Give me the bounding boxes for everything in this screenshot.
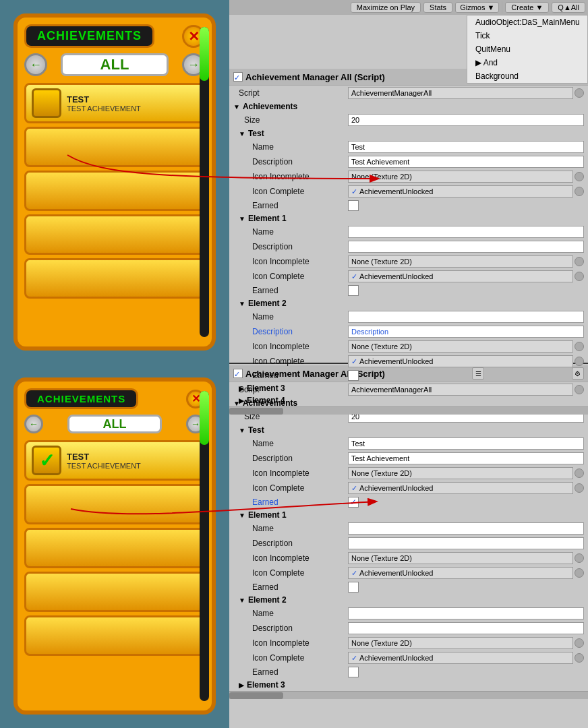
ach-item-3[interactable] xyxy=(24,214,205,255)
element3-section-bottom[interactable]: ▶ Element 3 xyxy=(229,679,588,691)
el1-icon-complete-input-top[interactable]: ✓ AchievementUnlocked xyxy=(348,270,573,282)
el1-earned-checkbox-bottom[interactable] xyxy=(348,582,359,593)
el1-earned-checkbox-top[interactable] xyxy=(348,285,359,296)
maximize-btn[interactable]: Maximize on Play xyxy=(351,2,421,13)
el2-icon-complete-circle-top[interactable] xyxy=(575,357,584,366)
el1-icon-incomplete-input-bottom[interactable]: None (Texture 2D) xyxy=(348,552,573,564)
element1-section-top[interactable]: ▼ Element 1 xyxy=(229,212,588,224)
el2-name-input-bottom[interactable] xyxy=(348,607,584,619)
element3-section-top[interactable]: ▶ Element 3 xyxy=(229,382,588,394)
dropdown-item-1[interactable]: Tick xyxy=(467,29,587,42)
test-arrow-bottom: ▼ xyxy=(233,427,245,434)
el2-icon-complete-input-top[interactable]: ✓ AchievementUnlocked xyxy=(348,355,573,367)
el1-icon-incomplete-input-top[interactable]: None (Texture 2D) xyxy=(348,255,573,268)
test-icon-complete-circle-bottom[interactable] xyxy=(575,483,584,493)
el1-desc-input-top[interactable] xyxy=(348,241,584,253)
dropdown-item-2[interactable]: QuitMenu xyxy=(467,42,587,56)
stats-btn[interactable]: Stats xyxy=(423,2,452,13)
scroll-bar-bottom[interactable] xyxy=(200,391,209,701)
test-arrow-top: ▼ xyxy=(233,130,245,138)
el2-earned-checkbox-top[interactable] xyxy=(348,370,359,381)
el2-earned-checkbox-bottom[interactable] xyxy=(348,667,359,677)
ach-item-4[interactable] xyxy=(24,258,205,299)
nav-row-bottom: ← ALL → xyxy=(24,415,205,433)
test-name-input-top[interactable]: Test xyxy=(348,141,584,153)
el2-name-input-top[interactable] xyxy=(348,311,584,323)
right-dropdown-top: AudioObject:DaS_MainMenu Tick QuitMenu ▶… xyxy=(467,15,588,84)
qtall-btn[interactable]: Q▲All xyxy=(552,2,585,13)
ach-item-1[interactable] xyxy=(24,127,205,167)
inspector-checkbox-top[interactable]: ✓ xyxy=(233,72,243,82)
element4-section-top[interactable]: ▶ Element 4 xyxy=(229,394,588,406)
achievements-header-top: ACHIEVEMENTS ✕ xyxy=(24,24,205,48)
el1-desc-label-top: Description xyxy=(233,242,348,251)
scroll-bar-top[interactable] xyxy=(200,27,209,337)
create-btn[interactable]: Create ▼ xyxy=(505,2,549,13)
el2-icon-complete-input-bottom[interactable]: ✓ AchievementUnlocked xyxy=(348,652,573,664)
test-icon-complete-input-bottom[interactable]: ✓ AchievementUnlocked xyxy=(348,482,573,494)
ach-item-bottom-3[interactable] xyxy=(24,572,205,612)
h-scrollbar-top[interactable] xyxy=(229,406,588,415)
ach-item-bottom-1[interactable] xyxy=(24,484,205,524)
el1-icon-incomplete-circle-bottom[interactable] xyxy=(575,553,584,563)
el2-name-label-bottom: Name xyxy=(233,609,348,618)
test-earned-label-bottom: Earned xyxy=(233,497,348,507)
el1-desc-input-bottom[interactable] xyxy=(348,537,584,549)
el2-desc-input-top[interactable]: Description xyxy=(348,326,584,338)
test-icon-incomplete-circle-bottom[interactable] xyxy=(575,468,584,478)
top-half: ACHIEVEMENTS ✕ ← ALL → TEST TEST ACHIEVE… xyxy=(0,0,588,364)
test-icon-incomplete-circle-top[interactable] xyxy=(575,172,584,181)
element1-section-bottom[interactable]: ▼ Element 1 xyxy=(229,509,588,521)
dropdown-item-4[interactable]: Background xyxy=(467,69,587,83)
achievements-section-top[interactable]: ▼ Achievements xyxy=(229,100,588,113)
el2-desc-input-bottom[interactable] xyxy=(348,622,584,634)
el2-icon-incomplete-input-top[interactable]: None (Texture 2D) xyxy=(348,340,573,353)
el1-icon-complete-circle-top[interactable] xyxy=(575,272,584,281)
el2-desc-row-bottom: Description xyxy=(229,621,588,636)
element2-section-top[interactable]: ▼ Element 2 xyxy=(229,297,588,309)
ach-item-bottom-4[interactable] xyxy=(24,615,205,656)
test-icon-incomplete-input-top[interactable]: None (Texture 2D) xyxy=(348,171,573,183)
el2-icon-incomplete-input-bottom[interactable]: None (Texture 2D) xyxy=(348,637,573,649)
test-earned-checkbox-bottom[interactable]: ✓ xyxy=(348,497,359,508)
ach-item-2[interactable] xyxy=(24,171,205,211)
test-icon-complete-input-top[interactable]: ✓ AchievementUnlocked xyxy=(348,185,573,198)
el2-icon-incomplete-label-bottom: Icon Incomplete xyxy=(233,638,348,648)
test-section-top[interactable]: ▼ Test xyxy=(229,127,588,140)
el1-icon-incomplete-circle-top[interactable] xyxy=(575,257,584,266)
test-section-bottom[interactable]: ▼ Test xyxy=(229,424,588,436)
el1-icon-complete-circle-bottom[interactable] xyxy=(575,568,584,578)
el1-name-input-bottom[interactable] xyxy=(348,522,584,535)
el1-desc-row-bottom: Description xyxy=(229,536,588,551)
inspector-bottom: ✓ Achievement Manager All (Script) ☰ ⚙ S… xyxy=(229,364,588,728)
gizmos-btn[interactable]: Gizmos ▼ xyxy=(455,2,499,13)
nav-left-bottom[interactable]: ← xyxy=(24,415,43,433)
el1-icon-complete-input-bottom[interactable]: ✓ AchievementUnlocked xyxy=(348,567,573,579)
test-icon-complete-circle-top[interactable] xyxy=(575,187,584,196)
test-icon-incomplete-input-bottom[interactable]: None (Texture 2D) xyxy=(348,467,573,479)
test-earned-checkbox-top[interactable] xyxy=(348,200,359,211)
nav-left-top[interactable]: ← xyxy=(24,53,47,76)
el2-icon-incomplete-circle-bottom[interactable] xyxy=(575,638,584,648)
script-circle-top[interactable] xyxy=(575,88,584,98)
game-ui-bottom: ACHIEVEMENTS ✕ ← ALL → ✓ TEST TEST ACHIE… xyxy=(13,377,216,715)
el2-icon-complete-circle-bottom[interactable] xyxy=(575,653,584,663)
test-desc-input-top[interactable]: Test Achievement xyxy=(348,156,584,168)
ach-item-bottom-2[interactable] xyxy=(24,528,205,568)
test-desc-input-bottom[interactable]: Test Achievement xyxy=(348,452,584,464)
el2-icon-incomplete-circle-top[interactable] xyxy=(575,342,584,351)
test-name-input-bottom[interactable]: Test xyxy=(348,437,584,450)
dropdown-item-0[interactable]: AudioObject:DaS_MainMenu xyxy=(467,16,587,29)
dropdown-item-3[interactable]: ▶ And xyxy=(467,56,587,69)
h-scrollbar-bottom[interactable] xyxy=(229,691,588,699)
el2-desc-row-top: Description Description xyxy=(229,324,588,339)
element2-section-bottom[interactable]: ▼ Element 2 xyxy=(229,594,588,606)
el1-name-input-top[interactable] xyxy=(348,226,584,238)
ach-item-bottom-0[interactable]: ✓ TEST TEST ACHIEVEMENT xyxy=(24,440,205,481)
test-icon-complete-label-bottom: Icon Complete xyxy=(233,483,348,493)
ach-item-0[interactable]: TEST TEST ACHIEVEMENT xyxy=(24,83,205,123)
achievements-arrow-top: ▼ xyxy=(233,103,240,111)
size-input-top[interactable]: 20 xyxy=(348,114,584,126)
script-input-top[interactable]: AchievementManagerAll xyxy=(348,87,573,99)
script-row-top: Script AchievementManagerAll xyxy=(229,86,588,100)
